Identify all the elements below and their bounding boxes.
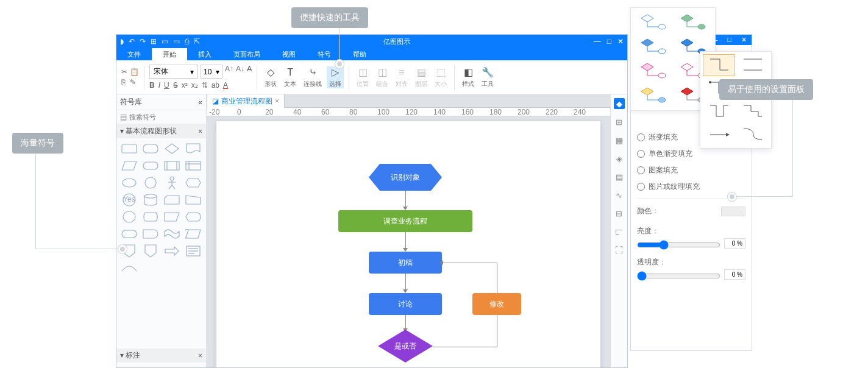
shape-diamond[interactable] [162, 141, 182, 157]
font-decrease-icon[interactable]: A↓ [236, 65, 244, 79]
redo-icon[interactable]: ↷ [140, 37, 146, 46]
print-icon[interactable]: ⎙ [185, 37, 189, 46]
connector-style[interactable] [703, 54, 735, 76]
shape-oval2[interactable] [119, 209, 139, 225]
text-button[interactable]: T文本 [282, 66, 299, 88]
shape-rect[interactable] [119, 141, 139, 157]
fill-solid-gradient-option[interactable]: 单色渐变填充 [637, 149, 745, 159]
shape-arrow[interactable] [162, 243, 182, 259]
shape-stored[interactable] [183, 226, 204, 242]
doc-tab[interactable]: ◪ 商业管理流程图 × [207, 94, 285, 108]
select-button[interactable]: ▷选择 [327, 66, 344, 88]
shape-internal[interactable] [183, 158, 204, 174]
connector-button[interactable]: ⤷连接线 [301, 66, 324, 88]
transparency-value[interactable]: 0 % [724, 269, 745, 280]
shape-note[interactable] [183, 243, 204, 259]
annot-4[interactable] [183, 365, 204, 367]
node-draft[interactable]: 初稿 [369, 252, 442, 274]
rail-page-icon[interactable]: ▤ [614, 171, 625, 182]
gallery-shape[interactable] [635, 85, 672, 107]
shape-tape[interactable] [162, 226, 182, 242]
export-icon[interactable]: ⇱ [194, 37, 200, 46]
close-icon[interactable]: ✕ [617, 37, 624, 46]
format-painter-icon[interactable]: ✎ [130, 78, 139, 87]
menu-symbol[interactable]: 符号 [307, 48, 342, 60]
node-modify[interactable]: 修改 [472, 293, 521, 315]
shape-hex[interactable] [183, 175, 204, 191]
shape-pill[interactable] [119, 226, 139, 242]
connector-style[interactable] [736, 124, 769, 146]
shape-display[interactable] [183, 209, 204, 225]
close-cat-icon[interactable]: × [198, 127, 202, 136]
style-button[interactable]: ◧样式 [460, 66, 477, 88]
undo-icon[interactable]: ↶ [129, 37, 135, 46]
align-button[interactable]: ≡对齐 [393, 66, 410, 88]
canvas[interactable]: 识别对象 调查业务流程 初稿 讨论 是或否 修改 [207, 116, 610, 367]
font-clear-icon[interactable]: A̶ [247, 65, 252, 79]
position-button[interactable]: ◫位置 [354, 66, 371, 88]
connector-style[interactable] [703, 101, 735, 122]
shape-trap[interactable] [162, 209, 182, 225]
font-color-icon[interactable]: A [223, 81, 228, 90]
rail-table-icon[interactable]: ⊟ [614, 208, 625, 219]
search-input[interactable] [129, 113, 213, 121]
layer-button[interactable]: ▤图层 [413, 66, 430, 88]
brightness-slider[interactable] [637, 240, 720, 250]
highlight-icon[interactable]: ab [212, 81, 219, 90]
gallery-shape[interactable] [635, 12, 672, 34]
copy-icon[interactable]: ⎘ [121, 78, 127, 87]
library-icon[interactable]: ▤ [120, 113, 127, 121]
gallery-shape[interactable] [635, 36, 672, 58]
rail-expand-icon[interactable]: ⛶ [614, 244, 625, 255]
menu-page-layout[interactable]: 页面布局 [222, 48, 271, 60]
shape-button[interactable]: ◇形状 [262, 66, 279, 88]
fill-texture-option[interactable]: 图片或纹理填充 [637, 182, 745, 192]
shape-line[interactable] [119, 260, 139, 276]
category-flowchart[interactable]: ▾ 基本流程图形状× [116, 124, 206, 138]
italic-icon[interactable]: I [158, 81, 160, 90]
transparency-slider[interactable] [637, 271, 720, 281]
sub-icon[interactable]: x₂ [191, 81, 198, 90]
connector-style[interactable] [736, 101, 769, 122]
underline-icon[interactable]: U [164, 81, 169, 90]
shape-parallel[interactable] [119, 158, 139, 174]
shape-cylinder[interactable] [140, 192, 160, 208]
shape-rounded[interactable] [140, 141, 160, 157]
shape-card[interactable] [162, 192, 182, 208]
new-icon[interactable]: ⊞ [151, 37, 157, 46]
color-swatch[interactable] [721, 207, 745, 216]
super-icon[interactable]: x² [182, 81, 188, 90]
shape-delay[interactable] [140, 226, 160, 242]
shape-circle[interactable] [140, 175, 160, 191]
spacing-icon[interactable]: ⇅ [202, 81, 208, 90]
shape-yes[interactable]: Yes [119, 192, 139, 208]
annot-2[interactable] [140, 365, 160, 367]
bold-icon[interactable]: B [149, 81, 155, 90]
rail-line-icon[interactable]: ∿ [614, 189, 625, 200]
menu-start[interactable]: 开始 [152, 48, 187, 60]
annot-1[interactable] [119, 365, 139, 367]
rail-fill-icon[interactable]: ◆ [614, 98, 625, 109]
menu-help[interactable]: 帮助 [342, 48, 377, 60]
tools-button[interactable]: 🔧工具 [479, 66, 496, 88]
close-cat-icon[interactable]: × [198, 352, 202, 360]
node-decision[interactable]: 是或否 [378, 330, 433, 363]
shape-terminator[interactable] [140, 158, 160, 174]
menu-view[interactable]: 视图 [271, 48, 307, 60]
cut-icon[interactable]: ✂ [121, 68, 127, 76]
shape-disk[interactable] [140, 209, 160, 225]
connector-style[interactable] [703, 124, 735, 146]
node-investigate[interactable]: 调查业务流程 [338, 210, 472, 232]
menu-file[interactable]: 文件 [116, 48, 152, 60]
rail-layers-icon[interactable]: ◈ [614, 153, 625, 164]
strike-icon[interactable]: S̶ [173, 81, 178, 90]
font-size[interactable]: 10▾ [201, 65, 222, 79]
gallery-shape[interactable] [635, 60, 672, 82]
shape-manual[interactable] [183, 192, 204, 208]
fill-pattern-option[interactable]: 图案填充 [637, 165, 745, 175]
min-icon[interactable]: — [594, 37, 601, 46]
max-icon[interactable]: □ [607, 37, 611, 46]
rail-image-icon[interactable]: ▦ [614, 135, 625, 146]
max-icon[interactable]: □ [722, 35, 736, 45]
close-tab-icon[interactable]: × [275, 97, 279, 105]
